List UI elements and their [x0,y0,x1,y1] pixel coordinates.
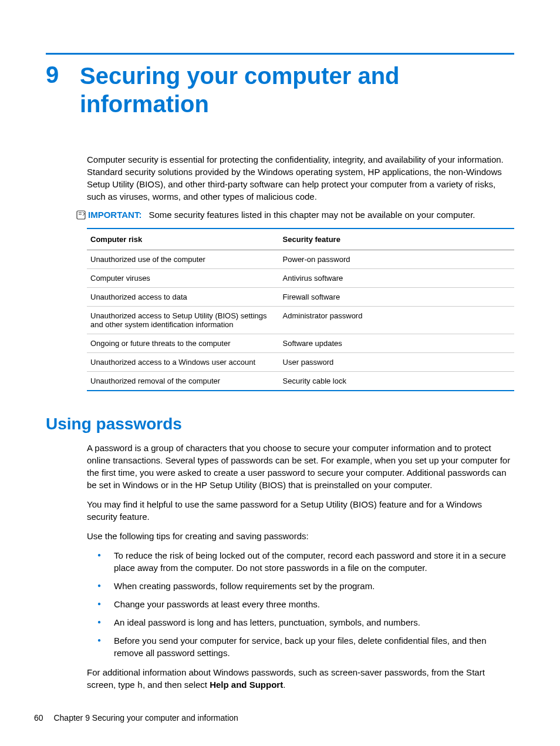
section-heading-passwords: Using passwords [46,415,514,434]
table-header-feature: Security feature [279,228,514,250]
footer-text: Chapter 9 Securing your computer and inf… [53,713,238,723]
chapter-number: 9 [46,62,80,88]
passwords-p1: A password is a group of characters that… [87,442,514,491]
svg-rect-0 [77,211,85,219]
risk-feature-table: Computer risk Security feature Unauthori… [87,228,514,391]
list-item: Change your passwords at least every thr… [97,598,514,610]
table-row: Ongoing or future threats to the compute… [87,334,514,353]
password-tips-list: To reduce the risk of being locked out o… [97,549,514,659]
table-header-risk: Computer risk [87,228,279,250]
table-row: Unauthorized access to dataFirewall soft… [87,288,514,307]
important-text: Some security features listed in this ch… [149,210,475,220]
list-item: Before you send your computer for servic… [97,634,514,659]
table-row: Unauthorized access to a Windows user ac… [87,353,514,372]
passwords-p4: For additional information about Windows… [87,666,514,692]
top-rule [46,53,514,55]
keyboard-key: h [137,681,143,691]
important-note: IMPORTANT: Some security features listed… [76,210,514,220]
list-item: To reduce the risk of being locked out o… [97,549,514,574]
help-and-support-label: Help and Support [210,680,283,690]
important-label: IMPORTANT: [88,210,141,220]
note-icon [76,210,86,220]
page-number: 60 [34,713,43,723]
passwords-p2: You may find it helpful to use the same … [87,498,514,523]
page-footer: 60 Chapter 9 Securing your computer and … [34,713,238,723]
chapter-title: Securing your computer and information [80,62,514,118]
list-item: When creating passwords, follow requirem… [97,580,514,592]
passwords-p3: Use the following tips for creating and … [87,530,514,542]
table-row: Computer virusesAntivirus software [87,269,514,288]
table-row: Unauthorized removal of the computerSecu… [87,372,514,391]
table-row: Unauthorized use of the computerPower-on… [87,250,514,269]
intro-paragraph: Computer security is essential for prote… [87,153,514,203]
table-row: Unauthorized access to Setup Utility (BI… [87,307,514,334]
chapter-header: 9 Securing your computer and information [46,62,514,118]
list-item: An ideal password is long and has letter… [97,616,514,629]
